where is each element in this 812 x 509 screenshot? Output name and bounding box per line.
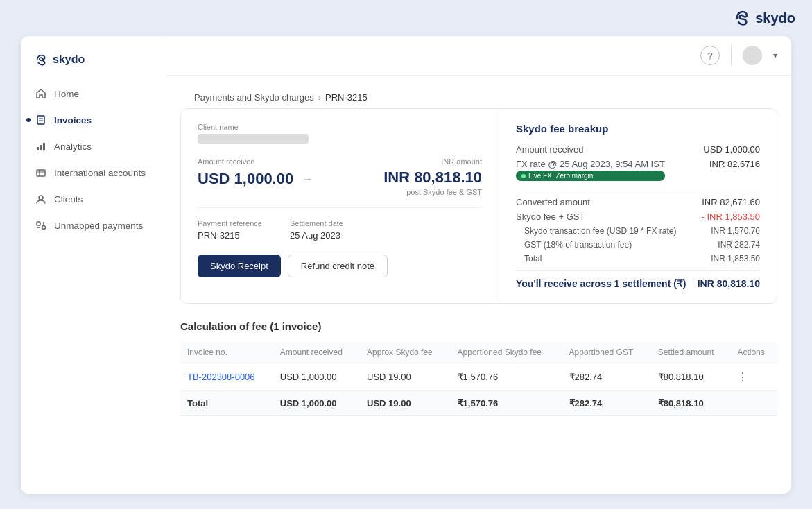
- svg-rect-5: [43, 143, 45, 150]
- refund-credit-note-button[interactable]: Refund credit note: [288, 254, 388, 277]
- col-settled-amount: Settled amount: [651, 342, 731, 363]
- fee-row-fx: FX rate @ 25 Aug 2023, 9:54 AM IST Live …: [516, 159, 760, 185]
- fee-label-sub: Total: [524, 254, 542, 264]
- fee-row-amount-received: Amount received USD 1,000.00: [516, 144, 760, 155]
- table-header-row: Invoice no. Amount received Approx Skydo…: [180, 342, 777, 363]
- badge-text: Live FX, Zero margin: [528, 172, 593, 180]
- active-dot: [26, 118, 31, 122]
- sidebar-item-home[interactable]: Home: [21, 80, 166, 107]
- total-settled-amount: ₹80,818.10: [651, 391, 731, 416]
- home-icon: [35, 87, 47, 100]
- fee-row-converted: Converted amount INR 82,671.60: [516, 197, 760, 207]
- sidebar-item-invoices[interactable]: Invoices: [21, 107, 166, 133]
- invoices-icon: [35, 114, 47, 126]
- total-apportioned-fee: ₹1,570.76: [451, 391, 562, 416]
- avatar[interactable]: [743, 46, 762, 65]
- calc-section: Calculation of fee (1 invoice) Invoice n…: [180, 320, 777, 416]
- col-amount-received: Amount received: [273, 342, 360, 363]
- payment-ref-value: PRN-3215: [198, 230, 262, 241]
- arrow-right-icon: →: [302, 173, 313, 185]
- fee-value-sub: INR 1,570.76: [711, 226, 760, 236]
- clients-icon: [35, 193, 47, 205]
- invoice-no-cell: TB-202308-0006: [180, 363, 273, 391]
- table-total-row: Total USD 1,000.00 USD 19.00 ₹1,570.76 ₹…: [180, 391, 777, 416]
- table-row: TB-202308-0006 USD 1,000.00 USD 19.00 ₹1…: [180, 363, 777, 391]
- skydo-receipt-button[interactable]: Skydo Receipt: [198, 254, 281, 277]
- sidebar-item-label: Analytics: [54, 141, 92, 152]
- content-area: Payments and Skydo charges › PRN-3215 Cl…: [166, 76, 791, 494]
- svg-rect-10: [37, 222, 40, 225]
- ref-row: Payment reference PRN-3215 Settlement da…: [198, 219, 482, 241]
- client-name-blurred: [198, 134, 309, 144]
- svg-rect-0: [37, 116, 44, 124]
- svg-rect-4: [40, 145, 42, 150]
- fx-value: INR 82.6716: [709, 159, 760, 185]
- col-actions: Actions: [730, 342, 777, 363]
- total-actions-empty: [730, 391, 777, 416]
- sidebar-item-label: Invoices: [54, 115, 92, 126]
- final-value: INR 80,818.10: [698, 278, 760, 289]
- unmapped-icon: [35, 219, 47, 232]
- amount-received-label: Amount received: [198, 157, 313, 166]
- divider: [198, 207, 482, 208]
- total-label-cell: Total: [180, 391, 273, 416]
- breadcrumb-arrow: ›: [318, 92, 321, 103]
- sidebar-item-unmapped-payments[interactable]: Unmapped payments: [21, 212, 166, 239]
- fee-label: Skydo fee + GST: [516, 212, 585, 222]
- final-label: You'll receive across 1 settlement (₹): [516, 278, 686, 289]
- total-amount-received: USD 1,000.00: [273, 391, 360, 416]
- top-logo: skydo: [733, 8, 795, 28]
- header-divider: [731, 46, 732, 65]
- sidebar-item-clients[interactable]: Clients: [21, 186, 166, 212]
- international-icon: [35, 166, 47, 179]
- sidebar-logo-text: skydo: [53, 53, 85, 66]
- col-approx-fee: Approx Skydo fee: [360, 342, 451, 363]
- fx-row: FX rate @ 25 Aug 2023, 9:54 AM IST Live …: [516, 159, 665, 181]
- apportioned-gst-cell: ₹282.74: [562, 363, 651, 391]
- sidebar-item-label: Clients: [54, 194, 83, 205]
- sidebar-item-label: International accounts: [54, 168, 146, 178]
- approx-fee-cell: USD 19.00: [360, 363, 451, 391]
- chevron-down-icon[interactable]: ▾: [773, 51, 777, 60]
- buttons-row: Skydo Receipt Refund credit note: [198, 254, 482, 277]
- payment-card: Client name Amount received USD 1,000.00…: [180, 108, 777, 304]
- apportioned-fee-cell: ₹1,570.76: [451, 363, 562, 391]
- settled-amount-cell: ₹80,818.10: [651, 363, 731, 391]
- payment-left: Client name Amount received USD 1,000.00…: [181, 109, 499, 303]
- help-label: ?: [707, 51, 712, 61]
- calc-title: Calculation of fee (1 invoice): [180, 320, 777, 332]
- post-fee-label: post Skydo fee & GST: [383, 188, 482, 196]
- breadcrumb-parent[interactable]: Payments and Skydo charges: [194, 92, 314, 103]
- fee-row-total-sub: Total INR 1,853.50: [524, 254, 760, 264]
- sidebar-item-analytics[interactable]: Analytics: [21, 133, 166, 159]
- fee-value-sub: INR 282.74: [718, 240, 760, 250]
- col-apportioned-fee: Apportioned Skydo fee: [451, 342, 562, 363]
- fee-row-transaction-fee: Skydo transaction fee (USD 19 * FX rate)…: [524, 226, 760, 236]
- invoice-table: Invoice no. Amount received Approx Skydo…: [180, 342, 777, 416]
- help-button[interactable]: ?: [700, 46, 720, 65]
- fee-breakup-panel: Skydo fee breakup Amount received USD 1,…: [499, 109, 777, 303]
- settlement-date-value: 25 Aug 2023: [290, 230, 343, 241]
- header-right: ? ▾: [700, 46, 777, 65]
- app-wrapper: skydo Home Invoices: [21, 36, 791, 494]
- svg-point-11: [42, 226, 46, 230]
- client-name-label: Client name: [198, 123, 482, 131]
- svg-rect-6: [37, 170, 45, 176]
- col-apportioned-gst: Apportioned GST: [562, 342, 651, 363]
- invoice-link[interactable]: TB-202308-0006: [187, 372, 255, 382]
- fee-label-sub: GST (18% of transaction fee): [524, 240, 632, 250]
- fx-label: FX rate @ 25 Aug 2023, 9:54 AM IST: [516, 159, 665, 169]
- amount-inr: INR 80,818.10: [383, 169, 482, 187]
- analytics-icon: [35, 140, 47, 153]
- amount-usd: USD 1,000.00: [198, 170, 293, 188]
- fee-label: Converted amount: [516, 197, 590, 207]
- amount-received-cell: USD 1,000.00: [273, 363, 360, 391]
- live-fx-badge: Live FX, Zero margin: [516, 171, 665, 181]
- fee-value: INR 82,671.60: [702, 197, 760, 207]
- sidebar-item-international-accounts[interactable]: International accounts: [21, 159, 166, 186]
- actions-menu-button[interactable]: ⋮: [737, 370, 748, 383]
- svg-point-9: [39, 196, 43, 200]
- fee-value: - INR 1,853.50: [701, 212, 760, 222]
- breadcrumb: Payments and Skydo charges › PRN-3215: [180, 83, 777, 108]
- payment-ref: Payment reference PRN-3215: [198, 219, 262, 241]
